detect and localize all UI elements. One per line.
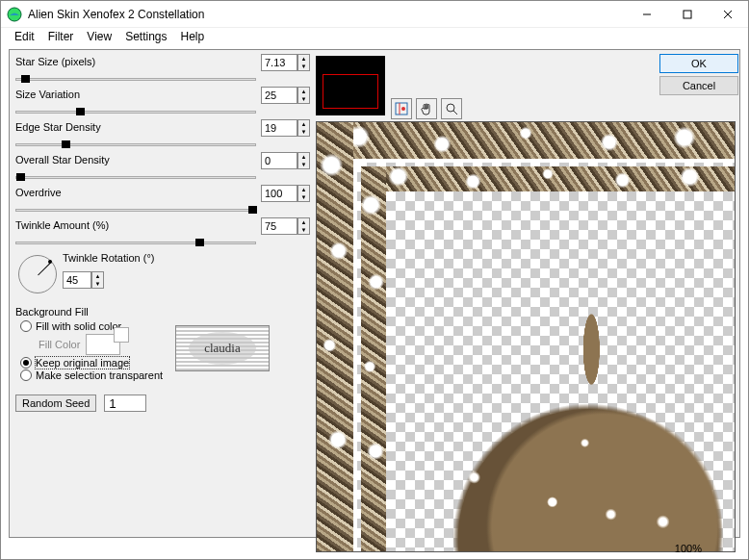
rotation-spinner[interactable]: ▲▼: [91, 271, 104, 289]
navigator-viewport[interactable]: [323, 74, 378, 109]
svg-rect-1: [684, 11, 691, 18]
slider-thumb[interactable]: [76, 108, 85, 115]
param-slider[interactable]: [15, 242, 256, 244]
watermark: claudia: [175, 325, 270, 371]
svg-point-3: [401, 107, 405, 111]
maximize-button[interactable]: [667, 1, 708, 28]
param-label: Size Variation: [15, 89, 80, 100]
param-slider[interactable]: [15, 209, 256, 212]
zoom-level: 100%: [675, 543, 702, 554]
preview-splash: [409, 305, 735, 551]
slider-thumb[interactable]: [21, 75, 30, 83]
param-input[interactable]: [261, 217, 297, 235]
bg-fill-label: Background Fill: [15, 306, 310, 318]
menu-settings[interactable]: Settings: [125, 30, 167, 45]
param-spinner[interactable]: ▲▼: [297, 217, 310, 235]
slider-thumb[interactable]: [248, 206, 257, 214]
param-slider[interactable]: [15, 176, 256, 179]
menu-help[interactable]: Help: [181, 30, 205, 45]
random-seed-input[interactable]: [104, 395, 146, 412]
preview-tools: [391, 98, 462, 119]
svg-point-4: [447, 104, 454, 112]
preview-navigator[interactable]: [316, 56, 385, 115]
menu-filter[interactable]: Filter: [48, 30, 74, 45]
param-spinner[interactable]: ▲▼: [297, 119, 310, 137]
random-seed-row: Random Seed: [15, 395, 310, 412]
param-spinner[interactable]: ▲▼: [297, 185, 310, 202]
param-input[interactable]: [261, 119, 297, 137]
slider-thumb[interactable]: [62, 140, 70, 148]
content-area: OK Cancel Star Size (pixels)▲▼Size Varia…: [9, 49, 740, 538]
close-button[interactable]: [708, 1, 748, 28]
param-row: Overdrive▲▼: [15, 187, 310, 212]
menu-edit[interactable]: Edit: [14, 30, 35, 45]
random-seed-button[interactable]: Random Seed: [15, 395, 96, 412]
param-input[interactable]: [261, 54, 297, 71]
pan-hand-icon[interactable]: [416, 98, 437, 119]
param-input[interactable]: [261, 87, 297, 104]
preview-pane[interactable]: [316, 121, 736, 552]
dialog-buttons: OK Cancel: [659, 54, 740, 95]
plugin-window: Alien Skin Xenofex 2 Constellation Edit …: [0, 0, 749, 560]
status-bar: 100%: [9, 540, 740, 557]
param-label: Edge Star Density: [15, 121, 101, 133]
zoom-icon[interactable]: [441, 98, 462, 119]
app-icon: [7, 7, 22, 22]
param-spinner[interactable]: ▲▼: [297, 152, 310, 169]
param-label: Overall Star Density: [15, 154, 110, 165]
split-preview-icon[interactable]: [391, 98, 412, 119]
param-slider[interactable]: [15, 143, 256, 146]
param-row: Star Size (pixels)▲▼: [15, 56, 310, 81]
param-label: Star Size (pixels): [15, 56, 95, 67]
slider-thumb[interactable]: [195, 239, 204, 246]
param-spinner[interactable]: ▲▼: [297, 54, 310, 71]
twinkle-rotation-row: Twinkle Rotation (°)▲▼: [15, 252, 310, 296]
rotation-dial[interactable]: [18, 255, 57, 293]
rotation-input[interactable]: [63, 271, 91, 289]
param-input[interactable]: [261, 152, 297, 169]
title-bar: Alien Skin Xenofex 2 Constellation: [1, 1, 748, 28]
ok-button[interactable]: OK: [659, 54, 738, 73]
param-label: Overdrive: [15, 187, 62, 198]
fill-color-swatch[interactable]: [86, 334, 120, 355]
cancel-button[interactable]: Cancel: [659, 76, 738, 95]
param-row: Size Variation▲▼: [15, 89, 310, 114]
menu-view[interactable]: View: [87, 30, 112, 45]
minimize-button[interactable]: [627, 1, 667, 28]
param-slider[interactable]: [15, 111, 256, 114]
param-label: Twinkle Amount (%): [15, 219, 109, 231]
param-input[interactable]: [261, 185, 297, 202]
rotation-label: Twinkle Rotation (°): [63, 252, 155, 264]
param-row: Edge Star Density▲▼: [15, 121, 310, 146]
param-row: Overall Star Density▲▼: [15, 154, 310, 179]
menu-bar: Edit Filter View Settings Help: [1, 28, 748, 47]
window-title: Alien Skin Xenofex 2 Constellation: [28, 8, 627, 21]
param-slider[interactable]: [15, 78, 256, 81]
param-spinner[interactable]: ▲▼: [297, 87, 310, 104]
slider-thumb[interactable]: [16, 173, 25, 181]
param-row: Twinkle Amount (%)▲▼: [15, 219, 310, 244]
